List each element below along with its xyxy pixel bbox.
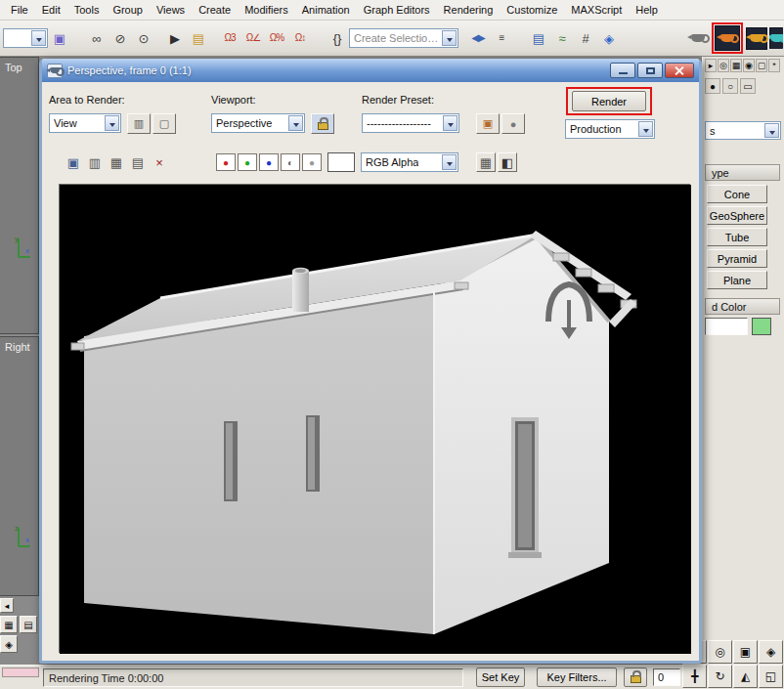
maxscript-mini-listener[interactable] — [2, 667, 39, 677]
curve-editor-icon[interactable]: ≈ — [550, 26, 574, 50]
unlink-selection-icon[interactable]: ⊘ — [109, 26, 132, 50]
render-flyout-icon[interactable] — [768, 26, 784, 50]
viewport-combo[interactable]: Perspective — [211, 113, 305, 133]
snaps-toggle-icon[interactable]: Ω3 — [218, 26, 241, 50]
arc-rotate-icon[interactable]: ↻ — [708, 665, 732, 688]
align-icon[interactable]: ≡ — [490, 26, 513, 50]
named-selection-sets-icon[interactable]: {} — [326, 26, 349, 50]
shapes-category-icon[interactable]: ○ — [722, 78, 738, 94]
render-setup-button[interactable]: ▣ — [476, 113, 500, 134]
top-viewport-strip[interactable]: Top y x — [0, 57, 39, 334]
diamond-icon[interactable]: ◈ — [0, 635, 18, 653]
schematic-view-icon[interactable]: # — [574, 26, 597, 50]
selection-filter-combo[interactable] — [3, 28, 48, 48]
menu-item[interactable]: Graph Editors — [357, 1, 437, 19]
material-editor-icon[interactable]: ◈ — [597, 26, 621, 50]
alpha-channel-icon[interactable]: ● — [302, 153, 322, 171]
select-object-icon[interactable]: ▶ — [163, 26, 187, 50]
print-image-icon[interactable]: ▤ — [128, 152, 148, 172]
grid-icon[interactable]: ▦ — [0, 616, 18, 633]
clear-image-icon[interactable]: × — [150, 152, 169, 172]
copy-image-icon[interactable]: ▥ — [85, 152, 105, 172]
zoom-all-icon[interactable]: ◎ — [708, 640, 732, 664]
cameras-category-icon[interactable]: ▭ — [740, 78, 756, 94]
blue-channel-icon[interactable]: ● — [259, 153, 279, 171]
spinner-snap-icon[interactable]: Ω↕ — [288, 26, 312, 50]
area-to-render-combo[interactable]: View — [49, 113, 121, 133]
production-combo[interactable]: Production — [565, 119, 655, 139]
tab-display-icon[interactable]: ▢ — [756, 59, 767, 72]
menu-item[interactable]: File — [4, 1, 35, 19]
menu-item[interactable]: Edit — [35, 1, 67, 19]
object-type-rollout-header[interactable]: ype — [705, 164, 780, 181]
background-color-swatch[interactable] — [327, 152, 355, 172]
green-channel-icon[interactable]: ● — [238, 153, 257, 171]
percent-snap-icon[interactable]: Ω% — [265, 26, 288, 50]
menu-item[interactable]: Modifiers — [238, 1, 295, 19]
tab-motion-icon[interactable]: ◉ — [743, 59, 755, 72]
selection-set-combo[interactable]: Create Selection Set — [349, 28, 458, 48]
render-production-icon[interactable] — [745, 26, 768, 50]
clone-window-icon[interactable]: ▦ — [107, 152, 126, 172]
menu-item[interactable]: Views — [150, 1, 192, 19]
save-image-icon[interactable]: ▣ — [64, 152, 83, 172]
pan-icon[interactable]: ╋ — [682, 665, 707, 688]
right-viewport-strip[interactable]: Right z x — [0, 336, 39, 596]
select-by-name-icon[interactable]: ▤ — [187, 26, 210, 50]
tab-hierarchy-icon[interactable]: ▦ — [730, 59, 742, 72]
render-setup-icon[interactable] — [686, 26, 710, 50]
object-type-button[interactable]: Cone — [707, 185, 767, 203]
maximize-viewport-icon[interactable]: ◱ — [759, 665, 783, 688]
mirror-icon[interactable]: ◀▶ — [466, 26, 490, 50]
region-window-button[interactable]: ▢ — [152, 113, 176, 134]
object-type-button[interactable]: Plane — [707, 271, 767, 289]
close-button[interactable] — [665, 63, 694, 78]
selection-lock-button[interactable] — [624, 667, 647, 687]
menu-item[interactable]: Create — [192, 1, 238, 19]
mono-channel-icon[interactable]: ◐ — [281, 153, 300, 171]
time-field[interactable]: 0 — [653, 668, 680, 686]
category-dropdown[interactable]: s — [705, 121, 781, 140]
render-preset-combo[interactable]: ------------------ — [362, 113, 459, 133]
geometry-category-icon[interactable]: ● — [705, 78, 720, 94]
key-filters-button[interactable]: Key Filters... — [537, 667, 617, 687]
fov-icon[interactable]: ◭ — [733, 665, 758, 688]
object-color-swatch[interactable] — [752, 318, 771, 335]
minimize-button[interactable] — [610, 63, 635, 78]
red-channel-icon[interactable]: ● — [216, 153, 236, 171]
tab-create-icon[interactable]: ▸ — [705, 59, 717, 72]
split-compare-icon[interactable]: ◧ — [498, 152, 517, 172]
viewport-lock-button[interactable] — [311, 113, 334, 134]
menu-item[interactable]: Tools — [67, 1, 107, 19]
scroll-left-icon[interactable]: ◂ — [0, 598, 14, 613]
layout-window-icon[interactable]: ▣ — [48, 26, 71, 50]
render-button[interactable]: Render — [572, 91, 646, 111]
rendered-frame-window-icon[interactable] — [715, 25, 740, 51]
select-and-link-icon[interactable]: ∞ — [85, 26, 109, 50]
tab-utilities-icon[interactable]: * — [768, 59, 780, 72]
channel-display-combo[interactable]: RGB Alpha — [361, 152, 458, 172]
window-titlebar[interactable]: Perspective, frame 0 (1:1) — [42, 59, 699, 82]
copy-region-button[interactable]: ▥ — [127, 113, 151, 134]
menu-item[interactable]: Customize — [500, 1, 564, 19]
object-type-button[interactable]: Pyramid — [707, 249, 767, 268]
set-key-button[interactable]: Set Key — [476, 667, 525, 687]
menu-item[interactable]: MAXScript — [564, 1, 629, 19]
angle-snap-icon[interactable]: Ω∠ — [241, 26, 265, 50]
name-color-rollout-header[interactable]: d Color — [705, 298, 780, 315]
tab-modify-icon[interactable]: ◎ — [718, 59, 729, 72]
menu-item[interactable]: Help — [629, 1, 665, 19]
menu-item[interactable]: Animation — [295, 1, 357, 19]
zoom-extents-icon[interactable]: ▣ — [733, 640, 758, 664]
layer-manager-icon[interactable]: ▤ — [527, 26, 550, 50]
menu-item[interactable]: Group — [106, 1, 150, 19]
object-name-field[interactable] — [705, 318, 748, 335]
menu-item[interactable]: Rendering — [437, 1, 501, 19]
zoom-region-icon[interactable]: ◈ — [759, 640, 783, 664]
object-type-button[interactable]: Tube — [707, 228, 767, 246]
bind-to-spacewarp-icon[interactable]: ⊙ — [132, 26, 155, 50]
maximize-button[interactable] — [637, 63, 663, 78]
object-type-button[interactable]: GeoSphere — [707, 206, 767, 225]
render-canvas[interactable] — [59, 184, 690, 653]
clone-buffer-icon[interactable]: ▦ — [476, 152, 496, 172]
